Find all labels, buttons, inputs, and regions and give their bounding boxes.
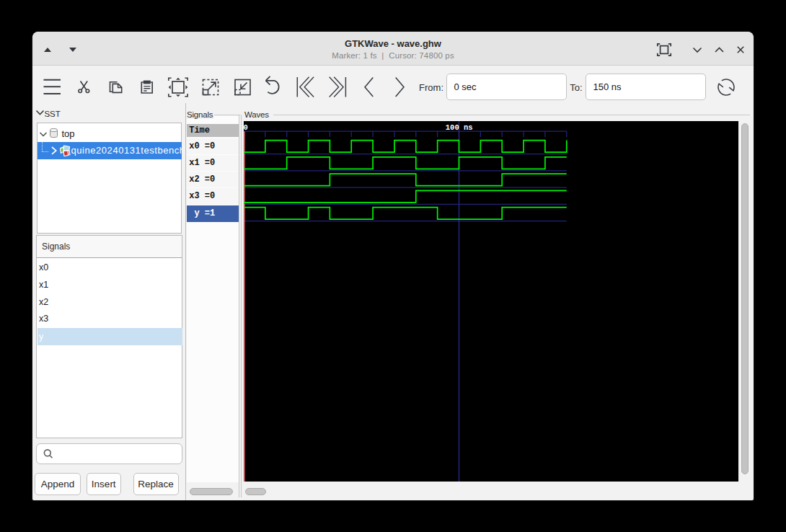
svg-text:100 ns: 100 ns	[446, 123, 473, 132]
svg-text:0: 0	[244, 123, 248, 132]
